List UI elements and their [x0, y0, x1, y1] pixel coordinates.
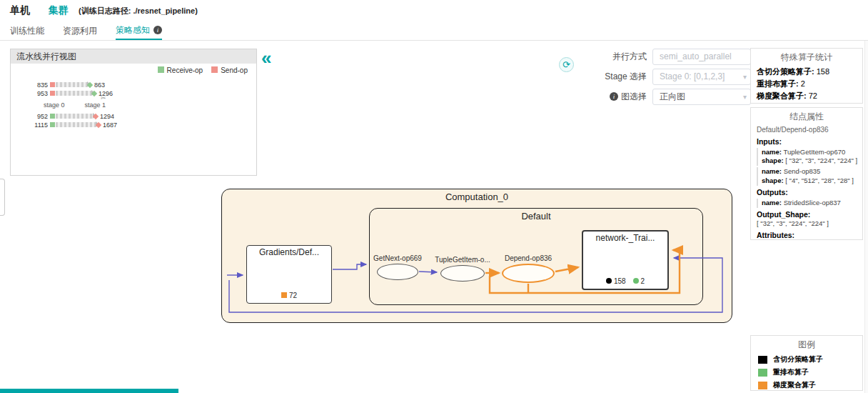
- attributes-section-label: Attributes:: [757, 230, 858, 240]
- stats-panel-title: 特殊算子统计: [751, 49, 862, 66]
- graph-legend-panel: 图例 含切分策略算子 重排布算子 梯度聚合算子: [750, 335, 863, 391]
- op-id: 953: [29, 90, 48, 97]
- info-icon[interactable]: i: [610, 92, 618, 101]
- output-shape-value: [ "32", "3", "224", "224" ]: [757, 219, 858, 229]
- computation-group-label: Computation_0: [222, 189, 732, 202]
- black-swatch: [758, 356, 767, 364]
- depend-op-node-selected[interactable]: [502, 264, 555, 283]
- receive-op-swatch: [158, 66, 164, 73]
- chevron-down-icon: ▾: [743, 69, 747, 84]
- op-id: 863: [94, 81, 105, 89]
- train-log-path: (训练日志路径: ./resnet_pipeline): [79, 6, 198, 16]
- refresh-icon[interactable]: ⟳: [559, 57, 574, 72]
- stat-gradient-aggregation: 梯度聚合算子: 72: [751, 90, 862, 102]
- green-dot-icon: [633, 278, 639, 284]
- inputs-section-label: Inputs:: [757, 136, 858, 146]
- stage-select-row: Stage 选择 Stage 0: [0,1,2,3] ▾: [587, 68, 751, 85]
- stat-redistribution: 重排布算子: 2: [751, 78, 862, 90]
- collapse-panel-icon[interactable]: «: [261, 49, 271, 67]
- graph-select[interactable]: 正向图 ▾: [652, 89, 751, 105]
- stage-select-label: Stage 选择: [587, 71, 647, 83]
- op-id: 1687: [103, 121, 117, 129]
- parallel-mode-row: 并行方式 semi_auto_parallel: [587, 48, 751, 65]
- graph-select-row: i 图选择 正向图 ▾: [587, 88, 751, 105]
- pipeline-row[interactable]: 835 863: [29, 81, 117, 89]
- tab-training-performance[interactable]: 训练性能: [10, 21, 44, 40]
- receive-marker: [50, 114, 55, 119]
- transfer-bar: [56, 82, 87, 87]
- network-node-label: network-_Trai...: [583, 232, 667, 243]
- tab-resource-utilization[interactable]: 资源利用: [63, 21, 97, 40]
- legend-receive-op: Receive-op: [158, 66, 203, 74]
- pipeline-panel-title: 流水线并行视图: [11, 49, 256, 64]
- gradients-node-label: Gradients/Def...: [247, 246, 331, 257]
- left-drawer-handle[interactable]: [0, 179, 5, 216]
- stage-select[interactable]: Stage 0: [0,1,2,3] ▾: [652, 69, 751, 85]
- output-entry: name: StridedSlice-op837: [757, 199, 858, 208]
- pipeline-row[interactable]: 1115 1687: [29, 121, 117, 129]
- special-operator-stats-panel: 特殊算子统计 含切分策略算子: 158 重排布算子: 2 梯度聚合算子: 72: [750, 48, 863, 104]
- node-panel-title: 结点属性: [751, 108, 862, 125]
- selected-node-name: Default/Depend-op836: [757, 125, 858, 135]
- input-entry: name: TupleGetItem-op670 shape: [ "32", …: [757, 148, 858, 166]
- pipeline-legend: Receive-op Send-op: [158, 66, 248, 74]
- op-id: 1294: [100, 113, 114, 120]
- stage-1-label: stage 1: [85, 101, 106, 109]
- input-entry: name: Send-op835 shape: [ "4", "512", "2…: [757, 167, 858, 186]
- transfer-bar: [56, 91, 91, 96]
- pipeline-rows: 835 863 953 1296 ✂ stage 0 stage 1 952 1…: [29, 81, 117, 129]
- network-train-node[interactable]: network-_Trai... 158 2: [582, 230, 669, 290]
- graph-select-label: i 图选择: [587, 91, 647, 103]
- op-id: 835: [29, 81, 48, 89]
- gradient-aggregation-badge: 72: [281, 292, 297, 299]
- sliced-strategy-badge: 158: [606, 277, 626, 285]
- parallel-mode-input[interactable]: semi_auto_parallel: [652, 49, 751, 65]
- green-swatch: [758, 369, 767, 377]
- horizontal-scrollbar[interactable]: [0, 389, 178, 393]
- pipeline-parallel-panel: 流水线并行视图 Receive-op Send-op 835 863 953 1…: [10, 49, 257, 176]
- gradients-node[interactable]: Gradients/Def... 72: [246, 245, 332, 304]
- stat-sliced-strategy: 含切分策略算子: 158: [751, 66, 862, 78]
- tab-strategy-perception[interactable]: 策略感知 i: [116, 21, 162, 40]
- nav-tabbar: 训练性能 资源利用 策略感知 i: [0, 21, 868, 41]
- legend-gradient-aggregation: 梯度聚合算子: [751, 379, 862, 392]
- stage-labels: ✂ stage 0 stage 1: [38, 101, 117, 109]
- receive-marker: [50, 122, 55, 127]
- send-marker: [50, 82, 55, 87]
- send-marker: [50, 91, 55, 96]
- cut-icon: ✂: [101, 94, 106, 101]
- stage-0-label: stage 0: [44, 101, 65, 109]
- black-dot-icon: [606, 278, 612, 284]
- node-attributes-panel: 结点属性 Default/Depend-op836 Inputs: name: …: [750, 107, 863, 240]
- legend-redistribution: 重排布算子: [751, 366, 862, 379]
- output-shape-label: Output_Shape:: [757, 209, 858, 219]
- legend-sliced-strategy: 含切分策略算子: [751, 353, 862, 366]
- info-icon[interactable]: i: [153, 26, 162, 34]
- top-header: 单机 集群 (训练日志路径: ./resnet_pipeline): [0, 0, 868, 21]
- vertical-scrollbar[interactable]: [864, 41, 868, 393]
- tuplegetitem-op-node[interactable]: [440, 265, 485, 282]
- op-id: 952: [29, 113, 48, 120]
- tab-cluster[interactable]: 集群: [49, 4, 69, 17]
- send-op-swatch: [211, 66, 218, 73]
- depend-op-label: Depend-op836: [489, 254, 567, 262]
- tab-single-machine[interactable]: 单机: [10, 4, 30, 17]
- op-id: 1115: [29, 121, 48, 129]
- getnext-op-node[interactable]: [377, 264, 418, 280]
- outputs-section-label: Outputs:: [757, 187, 858, 197]
- transfer-bar: [56, 114, 93, 119]
- default-group-label: Default: [370, 209, 702, 222]
- orange-square-icon: [281, 292, 287, 298]
- chevron-down-icon: ▾: [743, 89, 747, 104]
- pipeline-row[interactable]: 952 1294: [29, 112, 117, 120]
- parallel-mode-label: 并行方式: [587, 51, 647, 63]
- legend-title: 图例: [751, 336, 862, 353]
- transfer-bar: [56, 122, 96, 127]
- legend-send-op: Send-op: [211, 66, 248, 74]
- orange-swatch: [758, 382, 767, 389]
- redistribution-badge: 2: [633, 277, 645, 285]
